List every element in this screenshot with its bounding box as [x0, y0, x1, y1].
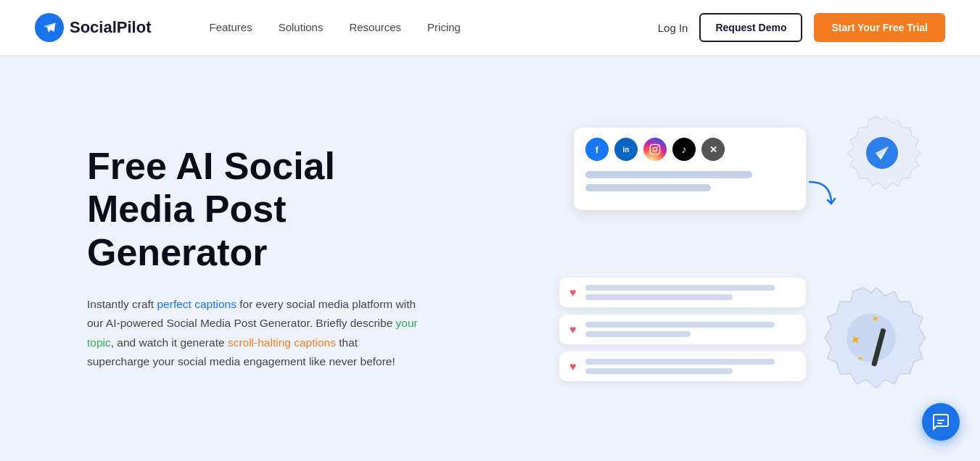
- social-card-top: f in ♪ ✕: [574, 128, 806, 210]
- hero-description: Instantly craft perfect captions for eve…: [87, 295, 421, 371]
- card-line-1: [585, 171, 752, 178]
- mini-card-1: ♥: [559, 278, 806, 307]
- desc-highlight-captions: perfect captions: [157, 298, 236, 310]
- logo-icon: [35, 13, 64, 42]
- mini-card-3: ♥: [559, 352, 806, 381]
- nav-link-pricing[interactable]: Pricing: [427, 21, 461, 33]
- request-demo-button[interactable]: Request Demo: [699, 13, 802, 42]
- mini-card-2: ♥: [559, 315, 806, 344]
- svg-point-1: [653, 147, 656, 151]
- navbar: SocialPilot Features Solutions Resources…: [0, 0, 980, 55]
- mini-lines-2: [585, 322, 796, 337]
- desc-highlight-scroll: scroll-halting captions: [228, 336, 336, 349]
- mini-lines-3: [585, 359, 796, 374]
- facebook-icon: f: [585, 138, 609, 161]
- heart-icon-2: ♥: [569, 323, 577, 336]
- mini-lines-1: [585, 285, 796, 300]
- instagram-icon: [643, 138, 667, 161]
- logo-svg: [41, 20, 57, 36]
- nav-menu: Features Solutions Resources Pricing: [209, 21, 460, 34]
- mini-line-1a: [585, 285, 775, 291]
- hero-section: Free AI Social Media Post Generator Inst…: [0, 55, 980, 461]
- mini-line-3a: [585, 359, 775, 365]
- nav-item-pricing[interactable]: Pricing: [427, 21, 461, 34]
- nav-item-solutions[interactable]: Solutions: [279, 21, 324, 34]
- hero-illustration: f in ♪ ✕: [559, 106, 936, 410]
- mini-line-2b: [585, 331, 691, 337]
- social-cards-bottom: ♥ ♥ ♥: [559, 278, 806, 389]
- gear-top: [842, 113, 922, 193]
- svg-rect-0: [650, 144, 659, 154]
- card-line-2: [585, 184, 711, 191]
- nav-item-resources[interactable]: Resources: [349, 21, 401, 34]
- arrow-connector: [802, 175, 839, 218]
- twitter-icon: ✕: [701, 138, 725, 161]
- logo-link[interactable]: SocialPilot: [35, 13, 151, 42]
- social-icons-row: f in ♪ ✕: [585, 138, 794, 161]
- desc-text-mid2: , and watch it generate: [111, 336, 228, 349]
- chat-button[interactable]: [922, 403, 960, 441]
- start-trial-button[interactable]: Start Your Free Trial: [814, 13, 945, 42]
- tiktok-icon: ♪: [672, 138, 696, 161]
- brand-name: SocialPilot: [70, 18, 151, 37]
- nav-item-features[interactable]: Features: [209, 21, 252, 34]
- svg-point-2: [657, 146, 659, 147]
- login-button[interactable]: Log In: [658, 22, 688, 34]
- mini-line-3b: [585, 368, 733, 374]
- mini-line-1b: [585, 294, 733, 300]
- linkedin-icon: in: [614, 138, 638, 161]
- heart-icon-3: ♥: [569, 360, 577, 373]
- hero-title: Free AI Social Media Post Generator: [87, 145, 450, 275]
- chat-icon: [932, 413, 950, 431]
- nav-link-resources[interactable]: Resources: [349, 21, 401, 33]
- gear-bottom: ✦ ✦ ✦: [813, 280, 929, 396]
- heart-icon-1: ♥: [569, 286, 577, 299]
- desc-text-before: Instantly craft: [87, 298, 157, 310]
- navbar-actions: Log In Request Demo Start Your Free Tria…: [658, 13, 945, 42]
- nav-link-features[interactable]: Features: [209, 21, 252, 33]
- mini-line-2a: [585, 322, 775, 328]
- nav-link-solutions[interactable]: Solutions: [279, 21, 324, 33]
- hero-content: Free AI Social Media Post Generator Inst…: [87, 145, 450, 372]
